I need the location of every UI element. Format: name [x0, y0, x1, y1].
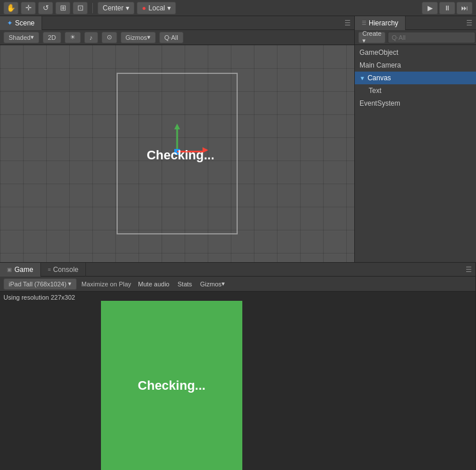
game-panel-menu-btn[interactable]: ☰	[462, 266, 475, 274]
game-gizmos-btn[interactable]: Gizmos ▾	[198, 278, 227, 290]
hierarchy-item-label: Main Camera	[359, 61, 401, 69]
console-tab-label: Console	[53, 266, 78, 274]
hierarchy-item-eventsystem[interactable]: EventSystem	[355, 97, 476, 110]
pivot-local-label: Local	[148, 4, 165, 12]
bottom-panels: ▣ Game ≡ Console ☰ iPad Tall (768x1024) …	[0, 262, 476, 470]
chevron-down-icon-3: ▾	[68, 280, 72, 288]
game-checking-text: Checking...	[138, 378, 205, 393]
lighting-btn[interactable]: ☀	[65, 32, 81, 43]
console-tab-icon: ≡	[48, 267, 51, 273]
scene-panel-tabs: ✦ Scene ☰	[0, 16, 354, 30]
pivot-center-label: Center	[103, 4, 123, 12]
hand-tool-btn[interactable]: ✋	[3, 2, 18, 14]
console-tab[interactable]: ≡ Console	[41, 263, 86, 277]
rotate-tool-btn[interactable]: ↺	[38, 2, 53, 14]
game-green-screen: Checking...	[101, 301, 242, 470]
hierarchy-toolbar: Create ▾	[355, 30, 476, 45]
move-tool-btn[interactable]: ✛	[21, 2, 36, 14]
main-content-area: ✦ Scene ☰ Shaded ▾ 2D ☀ ♪ ⊙ Gizmos ▾ Q·A…	[0, 16, 476, 262]
pivot-center-dropdown[interactable]: Center ▾	[98, 2, 134, 14]
game-resolution-btn[interactable]: iPad Tall (768x1024) ▾	[3, 278, 77, 290]
scene-panel-menu-btn[interactable]: ☰	[341, 19, 354, 27]
shading-mode-btn[interactable]: Shaded ▾	[3, 32, 39, 43]
fx-btn[interactable]: ⊙	[102, 32, 117, 43]
audio-btn[interactable]: ♪	[84, 32, 98, 43]
hierarchy-item-gameobject[interactable]: GameObject	[355, 46, 476, 59]
scene-checking-text: Checking...	[147, 148, 214, 163]
hierarchy-search-input[interactable]	[388, 32, 475, 43]
scene-view[interactable]: Checking...	[0, 45, 354, 262]
hierarchy-item-label: EventSystem	[359, 99, 400, 107]
hierarchy-item-label: Text	[369, 87, 381, 95]
play-button[interactable]: ▶	[422, 2, 438, 14]
scene-tab[interactable]: ✦ Scene	[0, 16, 42, 30]
game-panel: ▣ Game ≡ Console ☰ iPad Tall (768x1024) …	[0, 263, 476, 470]
2d-btn[interactable]: 2D	[43, 32, 61, 43]
chevron-down-icon-2: ▾	[167, 4, 171, 12]
hierarchy-panel-tabs: ☰ Hierarchy ☰	[355, 16, 476, 30]
hierarchy-items-list: GameObject Main Camera ▼ Canvas Text Eve…	[355, 45, 476, 262]
hierarchy-create-btn[interactable]: Create ▾	[358, 32, 385, 43]
game-resolution-label: iPad Tall (768x1024)	[9, 281, 66, 288]
hierarchy-item-label: GameObject	[359, 49, 398, 57]
game-view[interactable]: Using resolution 227x302 Checking...	[0, 292, 475, 470]
hierarchy-tab[interactable]: ☰ Hierarchy	[355, 16, 406, 30]
expand-triangle-icon: ▼	[359, 75, 365, 81]
pause-button[interactable]: ⏸	[439, 2, 455, 14]
hierarchy-item-maincamera[interactable]: Main Camera	[355, 59, 476, 72]
top-toolbar: ✋ ✛ ↺ ⊞ ⊡ Center ▾ ● Local ▾ ▶ ⏸ ⏭	[0, 0, 476, 16]
hierarchy-panel: ☰ Hierarchy ☰ Create ▾ GameObject Main C…	[355, 16, 476, 262]
step-button[interactable]: ⏭	[456, 2, 473, 14]
scale-tool-btn[interactable]: ⊞	[55, 2, 70, 14]
scene-toolbar: Shaded ▾ 2D ☀ ♪ ⊙ Gizmos ▾ Q·All	[0, 30, 354, 45]
game-resolution-info: Using resolution 227x302	[3, 294, 75, 301]
game-toolbar: iPad Tall (768x1024) ▾ Maximize on Play …	[0, 277, 475, 292]
pivot-local-dropdown[interactable]: ● Local ▾	[137, 2, 176, 14]
playback-controls: ▶ ⏸ ⏭	[422, 2, 473, 14]
game-panel-tabs: ▣ Game ≡ Console ☰	[0, 263, 475, 277]
pivot-local-dot: ●	[142, 4, 146, 12]
scene-tab-label: Scene	[15, 19, 35, 27]
game-tab[interactable]: ▣ Game	[0, 263, 41, 277]
gizmo-y-arrow	[174, 124, 180, 129]
toolbar-divider-1	[92, 3, 93, 13]
gizmos-btn[interactable]: Gizmos ▾	[121, 32, 156, 43]
stats-btn[interactable]: Stats	[175, 278, 194, 290]
rect-tool-btn[interactable]: ⊡	[73, 2, 88, 14]
scene-panel: ✦ Scene ☰ Shaded ▾ 2D ☀ ♪ ⊙ Gizmos ▾ Q·A…	[0, 16, 355, 262]
hierarchy-tab-icon: ☰	[362, 20, 366, 26]
game-tab-icon: ▣	[7, 267, 12, 273]
scene-tab-icon: ✦	[7, 19, 13, 27]
maximize-on-play-btn[interactable]: Maximize on Play	[80, 281, 132, 288]
mute-audio-btn[interactable]: Mute audio	[136, 278, 171, 290]
chevron-down-icon: ▾	[126, 4, 129, 12]
hierarchy-item-canvas[interactable]: ▼ Canvas	[355, 72, 476, 84]
hierarchy-item-text[interactable]: Text	[364, 84, 476, 97]
tools-group: ✋ ✛ ↺ ⊞ ⊡ Center ▾ ● Local ▾	[3, 2, 176, 14]
hierarchy-item-label: Canvas	[368, 74, 391, 82]
scene-search-btn[interactable]: Q·All	[159, 32, 183, 43]
hierarchy-panel-menu-btn[interactable]: ☰	[463, 19, 476, 27]
game-tab-label: Game	[14, 266, 33, 274]
hierarchy-tab-label: Hierarchy	[369, 19, 398, 27]
